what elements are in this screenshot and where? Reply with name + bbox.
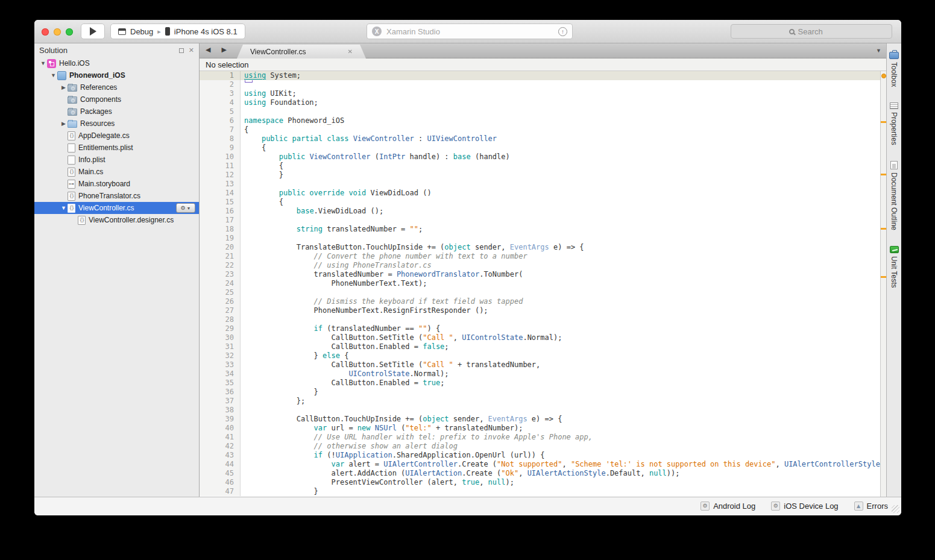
line-number[interactable]: 16 xyxy=(200,207,241,216)
code-line[interactable]: 26 // Dismiss the keyboard if text field… xyxy=(200,297,886,306)
code-text[interactable]: PhoneNumberText.ResignFirstResponder (); xyxy=(241,306,886,315)
line-number[interactable]: 12 xyxy=(200,171,241,180)
line-number[interactable]: 30 xyxy=(200,333,241,342)
code-text[interactable] xyxy=(241,180,886,189)
code-line[interactable]: 3using UIKit; xyxy=(200,89,886,98)
code-line[interactable]: 47 } xyxy=(200,487,886,496)
code-text[interactable]: public partial class ViewController : UI… xyxy=(241,134,886,143)
code-line[interactable]: 34 UIControlState.Normal); xyxy=(200,370,886,379)
line-number[interactable]: 4 xyxy=(200,98,241,107)
change-marker[interactable] xyxy=(881,121,886,123)
code-line[interactable]: 2 xyxy=(200,80,886,89)
code-text[interactable]: CallButton.Enabled = true; xyxy=(241,379,886,388)
code-line[interactable]: 5 xyxy=(200,107,886,116)
editor-tab[interactable]: ViewController.cs ✕ xyxy=(237,45,366,58)
run-button[interactable] xyxy=(81,24,105,39)
code-line[interactable]: 43 if (!UIApplication.SharedApplication.… xyxy=(200,451,886,460)
code-text[interactable]: base.ViewDidLoad (); xyxy=(241,207,886,216)
line-number[interactable]: 21 xyxy=(200,252,241,261)
breadcrumb-text[interactable]: No selection xyxy=(206,60,249,69)
line-number[interactable]: 22 xyxy=(200,261,241,270)
tree-item-packages[interactable]: Packages xyxy=(34,105,199,118)
line-number[interactable]: 46 xyxy=(200,478,241,487)
code-text[interactable]: }; xyxy=(241,397,886,406)
code-line[interactable]: 35 CallButton.Enabled = true; xyxy=(200,379,886,388)
tree-item-references[interactable]: ▶References xyxy=(34,81,199,93)
line-number[interactable]: 25 xyxy=(200,288,241,297)
code-text[interactable]: if (!UIApplication.SharedApplication.Ope… xyxy=(241,451,886,460)
tree-item-components[interactable]: Components xyxy=(34,93,199,105)
configuration-label[interactable]: Debug xyxy=(130,27,153,36)
change-marker[interactable] xyxy=(881,228,886,230)
code-text[interactable]: TranslateButton.TouchUpInside += (object… xyxy=(241,243,886,252)
code-text[interactable]: // Dismiss the keyboard if text field wa… xyxy=(241,297,886,306)
tree-item-appdelegate-cs[interactable]: AppDelegate.cs xyxy=(34,130,199,142)
code-text[interactable]: if (translatedNumber == "") { xyxy=(241,324,886,333)
code-line[interactable]: 13 xyxy=(200,180,886,189)
code-line[interactable]: 11 { xyxy=(200,162,886,171)
tree-item-info-plist[interactable]: Info.plist xyxy=(34,154,199,166)
change-marker[interactable] xyxy=(881,74,886,78)
line-number[interactable]: 9 xyxy=(200,143,241,153)
change-marker[interactable] xyxy=(881,276,886,278)
code-text[interactable]: CallButton.SetTitle ("Call ", UIControlS… xyxy=(241,333,886,342)
dock-tab-unit-tests[interactable]: Unit Tests xyxy=(890,246,899,288)
line-number[interactable]: 39 xyxy=(200,415,241,424)
line-number[interactable]: 3 xyxy=(200,89,241,98)
line-number[interactable]: 31 xyxy=(200,342,241,351)
disclosure-triangle-icon[interactable]: ▶ xyxy=(60,84,68,90)
line-number[interactable]: 42 xyxy=(200,442,241,451)
code-line[interactable]: 4using Foundation; xyxy=(200,98,886,107)
code-line[interactable]: 33 CallButton.SetTitle ("Call " + transl… xyxy=(200,360,886,370)
search-input[interactable] xyxy=(798,27,834,36)
line-number[interactable]: 41 xyxy=(200,433,241,442)
code-line[interactable]: 10 public ViewController (IntPtr handle)… xyxy=(200,153,886,162)
code-line[interactable]: 20 TranslateButton.TouchUpInside += (obj… xyxy=(200,243,886,252)
code-text[interactable]: // Use URL handler with tel: prefix to i… xyxy=(241,433,886,442)
code-text[interactable]: // using PhoneTranslator.cs xyxy=(241,261,886,270)
line-number[interactable]: 14 xyxy=(200,189,241,198)
code-line[interactable]: 41 // Use URL handler with tel: prefix t… xyxy=(200,433,886,442)
line-number[interactable]: 32 xyxy=(200,351,241,360)
line-number[interactable]: 7 xyxy=(200,125,241,134)
code-line[interactable]: 27 PhoneNumberText.ResignFirstResponder … xyxy=(200,306,886,315)
code-line[interactable]: 17 xyxy=(200,216,886,225)
code-text[interactable] xyxy=(241,406,886,415)
line-number[interactable]: 15 xyxy=(200,198,241,207)
tree-item-main-cs[interactable]: Main.cs xyxy=(34,166,199,178)
line-number[interactable]: 43 xyxy=(200,451,241,460)
code-line[interactable]: 39 CallButton.TouchUpInside += (object s… xyxy=(200,415,886,424)
line-number[interactable]: 2 xyxy=(200,80,241,89)
code-text[interactable]: namespace Phoneword_iOS xyxy=(241,116,886,125)
code-line[interactable]: 1using System; xyxy=(200,71,886,80)
navigate-back-button[interactable]: ◀ xyxy=(206,46,210,54)
code-line[interactable]: 14 public override void ViewDidLoad () xyxy=(200,189,886,198)
line-number[interactable]: 24 xyxy=(200,279,241,288)
code-line[interactable]: 36 } xyxy=(200,388,886,397)
line-number[interactable]: 13 xyxy=(200,180,241,189)
line-number[interactable]: 23 xyxy=(200,270,241,279)
line-number[interactable]: 18 xyxy=(200,225,241,234)
code-text[interactable] xyxy=(241,80,886,89)
ios-device-log-button[interactable]: ⚙iOS Device Log xyxy=(771,502,838,511)
tree-item-resources[interactable]: ▶Resources xyxy=(34,118,199,130)
code-line[interactable]: 32 } else { xyxy=(200,351,886,360)
line-number[interactable]: 27 xyxy=(200,306,241,315)
tree-item-phonetranslator-cs[interactable]: PhoneTranslator.cs xyxy=(34,190,199,202)
disclosure-triangle-icon[interactable]: ▼ xyxy=(49,72,57,78)
minimize-window-button[interactable] xyxy=(54,28,61,36)
close-panel-icon[interactable]: ✕ xyxy=(189,46,194,54)
code-text[interactable]: translatedNumber = PhonewordTranslator.T… xyxy=(241,270,886,279)
line-number[interactable]: 1 xyxy=(200,71,241,80)
code-line[interactable]: 29 if (translatedNumber == "") { xyxy=(200,324,886,333)
code-text[interactable]: CallButton.SetTitle ("Call " + translate… xyxy=(241,360,886,370)
line-number[interactable]: 34 xyxy=(200,370,241,379)
device-label[interactable]: iPhone 4s iOS 8.1 xyxy=(174,27,238,36)
code-text[interactable]: PhoneNumberText.Text); xyxy=(241,279,886,288)
tree-item-viewcontroller-cs[interactable]: ▼ViewController.cs⚙▼ xyxy=(34,202,199,214)
dock-tab-document-outline[interactable]: Document Outline xyxy=(890,161,898,230)
code-text[interactable]: UIControlState.Normal); xyxy=(241,370,886,379)
code-text[interactable] xyxy=(241,107,886,116)
code-text[interactable]: { xyxy=(241,198,886,207)
resize-grip[interactable] xyxy=(892,505,899,513)
